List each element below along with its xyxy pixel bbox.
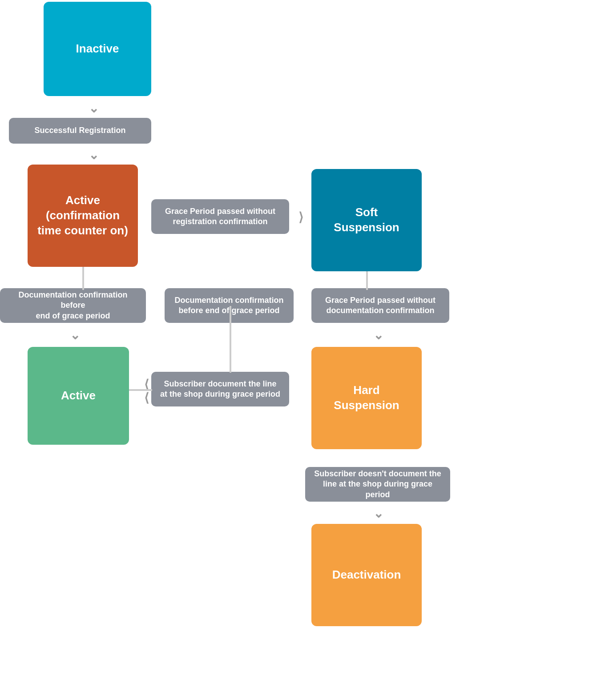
transition-doc-grace-left: Documentation confirmation before end of… [0,288,146,323]
arrow-right-1: ⟩ [292,208,310,226]
arrow-down-5: ⌄ [369,505,387,521]
transition-doc-grace-center: Documentation confirmation before end of… [165,288,294,323]
arrow-down-1: ⌄ [85,101,102,115]
line-soft-suspension-down [366,271,368,290]
line-center-doc-horizontal [230,306,231,373]
arrow-down-4: ⌄ [369,327,387,343]
transition-subscriber-doc: Subscriber document the line at the shop… [151,372,289,406]
transition-successful-registration: Successful Registration [9,118,151,144]
state-soft-suspension: Soft Suspension [311,169,422,271]
transition-grace-no-reg: Grace Period passed without registration… [151,199,289,234]
state-deactivation: Deactivation [311,524,422,626]
state-hard-suspension: Hard Suspension [311,347,422,449]
state-active-counter: Active (confirmation time counter on) [28,165,138,267]
arrow-down-3: ⌄ [66,327,84,343]
arrow-left-2: ⟨ [140,390,153,406]
arrow-down-2: ⌄ [85,148,102,161]
state-active: Active [28,347,129,445]
transition-grace-no-doc: Grace Period passed without documentatio… [311,288,449,323]
line-connect-horizontal [129,389,152,391]
state-inactive: Inactive [44,2,151,96]
flowchart: Inactive ⌄ Successful Registration ⌄ Act… [0,0,613,700]
line-active-counter-down [82,267,84,290]
transition-subscriber-no-doc: Subscriber doesn't document the line at … [305,467,450,502]
